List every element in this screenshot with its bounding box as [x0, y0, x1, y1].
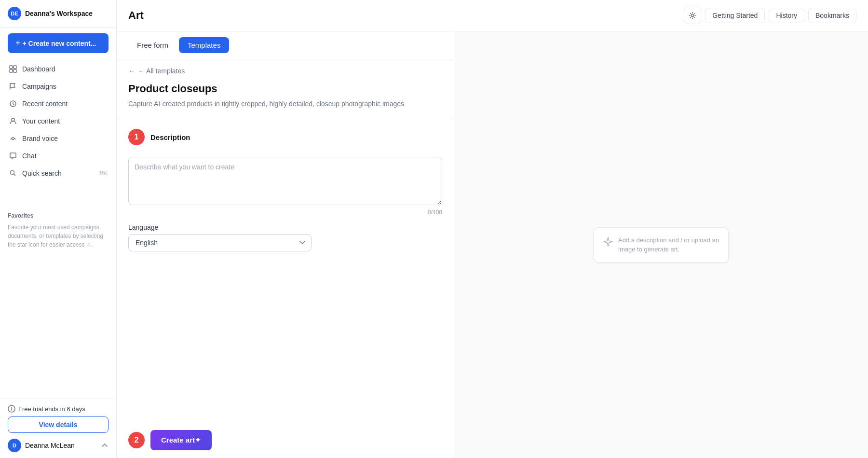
svg-rect-3	[14, 69, 16, 72]
back-arrow-icon: ←	[128, 67, 135, 75]
svg-line-8	[14, 174, 16, 176]
sidebar-item-chat[interactable]: Chat	[4, 148, 112, 164]
sidebar-item-campaigns[interactable]: Campaigns	[4, 78, 112, 95]
chat-icon	[9, 152, 17, 160]
sidebar-item-chat-label: Chat	[22, 152, 37, 160]
user-name: Deanna McLean	[25, 442, 75, 449]
getting-started-button[interactable]: Getting Started	[705, 8, 765, 23]
language-section: Language English Spanish French German I…	[128, 223, 442, 251]
template-description: Capture AI-created products in tightly c…	[128, 99, 442, 109]
trial-text: Free trial ends in 6 days	[18, 405, 85, 413]
settings-button[interactable]	[684, 7, 701, 24]
create-button-label: + Create new content...	[23, 40, 96, 47]
history-button[interactable]: History	[769, 8, 804, 23]
description-label: Description	[150, 133, 190, 141]
chevron-up-icon	[101, 442, 108, 449]
sidebar-item-quick-search[interactable]: Quick search ⌘K	[4, 165, 112, 181]
sidebar-item-your-content[interactable]: Your content	[4, 113, 112, 129]
sidebar-item-dashboard[interactable]: Dashboard	[4, 61, 112, 77]
sparkle-icon	[603, 236, 613, 247]
page-title: Art	[128, 9, 144, 22]
workspace-name: Deanna's Workspace	[25, 10, 93, 17]
tabs-container: Free form Templates	[117, 31, 454, 59]
template-title: Product closeups	[128, 83, 442, 95]
char-count: 0/400	[128, 209, 442, 216]
back-to-templates[interactable]: ← ← All templates	[117, 59, 454, 75]
form-section: 1 Description 0/400 Language English Spa…	[117, 117, 454, 263]
svg-point-11	[12, 407, 12, 408]
user-content-icon	[9, 117, 17, 125]
clock-icon	[9, 99, 17, 108]
sidebar-item-recent-content-label: Recent content	[22, 100, 68, 108]
svg-rect-0	[10, 66, 13, 69]
plus-icon: +	[15, 38, 21, 48]
create-new-content-button[interactable]: + + Create new content...	[8, 33, 108, 53]
svg-point-7	[11, 171, 14, 175]
sidebar-header: DE Deanna's Workspace	[0, 0, 116, 28]
preview-hint: Add a description and / or upload an ima…	[594, 227, 729, 263]
step1-indicator: 1 Description	[128, 129, 442, 145]
all-templates-label: ← All templates	[138, 67, 185, 75]
bottom-actions: 2 Create art✦	[117, 422, 454, 458]
quick-search-shortcut: ⌘K	[99, 170, 108, 177]
favorites-section: Favorites Favorite your most used campai…	[0, 207, 116, 255]
user-avatar: D	[8, 439, 21, 452]
favorites-title: Favorites	[8, 212, 108, 219]
brand-icon	[9, 134, 17, 143]
preview-hint-text: Add a description and / or upload an ima…	[618, 236, 719, 254]
flag-icon	[9, 82, 17, 91]
content-area: Free form Templates ← ← All templates Pr…	[117, 31, 868, 458]
bookmarks-button[interactable]: Bookmarks	[808, 8, 856, 23]
sidebar-item-brand-voice-label: Brand voice	[22, 135, 58, 142]
workspace-avatar: DE	[8, 7, 21, 20]
svg-rect-2	[10, 69, 13, 72]
tab-templates[interactable]: Templates	[179, 37, 229, 53]
search-icon	[9, 169, 17, 178]
description-textarea[interactable]	[128, 157, 442, 205]
sidebar-item-campaigns-label: Campaigns	[22, 83, 56, 90]
right-panel: Add a description and / or upload an ima…	[454, 31, 868, 458]
sidebar-item-brand-voice[interactable]: Brand voice	[4, 130, 112, 147]
sidebar-item-your-content-label: Your content	[22, 117, 60, 125]
sidebar-item-dashboard-label: Dashboard	[22, 65, 55, 73]
nav-items: Dashboard Campaigns Recent content Your …	[0, 59, 116, 207]
main-area: Art Getting Started History Bookmarks Fr…	[117, 0, 868, 458]
user-row: D Deanna McLean	[8, 439, 108, 452]
svg-rect-1	[14, 66, 16, 69]
info-icon	[8, 405, 15, 413]
user-info: D Deanna McLean	[8, 439, 75, 452]
language-label: Language	[128, 223, 442, 231]
sidebar: DE Deanna's Workspace + + Create new con…	[0, 0, 117, 458]
language-select[interactable]: English Spanish French German Italian Po…	[128, 234, 312, 251]
grid-icon	[9, 65, 17, 73]
template-header: Product closeups Capture AI-created prod…	[117, 75, 454, 117]
gear-icon	[689, 12, 696, 19]
svg-marker-13	[604, 237, 612, 246]
left-panel: Free form Templates ← ← All templates Pr…	[117, 31, 454, 458]
svg-point-6	[12, 118, 14, 121]
trial-notice: Free trial ends in 6 days	[8, 405, 108, 413]
create-art-button[interactable]: Create art✦	[150, 430, 212, 450]
sidebar-footer: Free trial ends in 6 days View details D…	[0, 399, 116, 458]
favorites-description: Favorite your most used campaigns, docum…	[8, 223, 108, 249]
sidebar-item-recent-content[interactable]: Recent content	[4, 96, 112, 112]
tab-free-form[interactable]: Free form	[128, 37, 177, 53]
top-bar-actions: Getting Started History Bookmarks	[684, 7, 856, 24]
view-details-button[interactable]: View details	[8, 416, 108, 433]
step1-badge: 1	[128, 129, 145, 145]
sidebar-item-quick-search-label: Quick search	[22, 169, 62, 177]
svg-point-12	[692, 14, 694, 17]
top-bar: Art Getting Started History Bookmarks	[117, 0, 868, 31]
step2-badge: 2	[128, 432, 145, 448]
